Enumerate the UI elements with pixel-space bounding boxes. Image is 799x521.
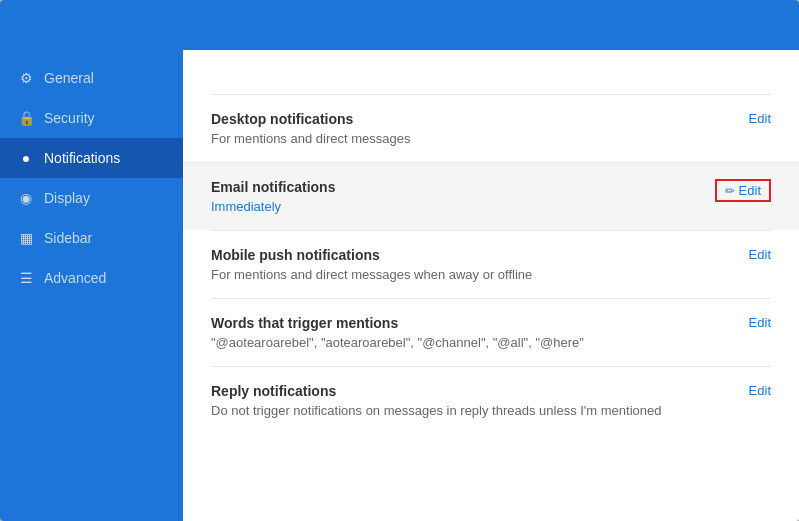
notifications-icon: ● <box>18 150 34 166</box>
edit-label-email: Edit <box>739 183 761 198</box>
modal-header <box>0 0 799 50</box>
general-icon: ⚙ <box>18 70 34 86</box>
notification-title-words: Words that trigger mentions <box>211 315 584 331</box>
sidebar-item-sidebar[interactable]: ▦Sidebar <box>0 218 183 258</box>
notification-row-desktop: Desktop notificationsFor mentions and di… <box>211 94 771 162</box>
pencil-icon: ✏ <box>725 184 735 198</box>
sidebar-label-display: Display <box>44 190 90 206</box>
sidebar-icon: ▦ <box>18 230 34 246</box>
sidebar-label-security: Security <box>44 110 95 126</box>
notification-desc-desktop: For mentions and direct messages <box>211 131 410 146</box>
sidebar: ⚙General🔒Security●Notifications◉Display▦… <box>0 50 183 521</box>
edit-link-words[interactable]: Edit <box>749 315 771 330</box>
display-icon: ◉ <box>18 190 34 206</box>
edit-link-mobile[interactable]: Edit <box>749 247 771 262</box>
sidebar-item-notifications[interactable]: ●Notifications <box>0 138 183 178</box>
sidebar-item-advanced[interactable]: ☰Advanced <box>0 258 183 298</box>
edit-button-email[interactable]: ✏Edit <box>715 179 771 202</box>
sidebar-label-notifications: Notifications <box>44 150 120 166</box>
notification-text-email: Email notificationsImmediately <box>211 179 335 214</box>
notification-row-mobile: Mobile push notificationsFor mentions an… <box>211 230 771 298</box>
notification-title-email: Email notifications <box>211 179 335 195</box>
notification-row-reply: Reply notificationsDo not trigger notifi… <box>211 366 771 434</box>
sidebar-label-general: General <box>44 70 94 86</box>
notification-title-mobile: Mobile push notifications <box>211 247 532 263</box>
notification-text-reply: Reply notificationsDo not trigger notifi… <box>211 383 662 418</box>
notification-title-desktop: Desktop notifications <box>211 111 410 127</box>
notification-title-reply: Reply notifications <box>211 383 662 399</box>
sidebar-label-advanced: Advanced <box>44 270 106 286</box>
notification-text-desktop: Desktop notificationsFor mentions and di… <box>211 111 410 146</box>
content-area: Desktop notificationsFor mentions and di… <box>183 50 799 521</box>
sidebar-item-security[interactable]: 🔒Security <box>0 98 183 138</box>
sidebar-item-display[interactable]: ◉Display <box>0 178 183 218</box>
close-button[interactable] <box>767 21 783 29</box>
modal-body: ⚙General🔒Security●Notifications◉Display▦… <box>0 50 799 521</box>
sidebar-label-sidebar: Sidebar <box>44 230 92 246</box>
security-icon: 🔒 <box>18 110 34 126</box>
notification-text-mobile: Mobile push notificationsFor mentions an… <box>211 247 532 282</box>
notification-row-words: Words that trigger mentions"@aotearoareb… <box>211 298 771 366</box>
edit-link-desktop[interactable]: Edit <box>749 111 771 126</box>
notification-text-words: Words that trigger mentions"@aotearoareb… <box>211 315 584 350</box>
notification-desc-mobile: For mentions and direct messages when aw… <box>211 267 532 282</box>
notification-desc-reply: Do not trigger notifications on messages… <box>211 403 662 418</box>
notification-desc-words: "@aotearoarebel", "aotearoarebel", "@cha… <box>211 335 584 350</box>
sidebar-item-general[interactable]: ⚙General <box>0 58 183 98</box>
advanced-icon: ☰ <box>18 270 34 286</box>
notification-row-email: Email notificationsImmediately✏Edit <box>183 162 799 230</box>
edit-link-reply[interactable]: Edit <box>749 383 771 398</box>
notification-desc-email: Immediately <box>211 199 335 214</box>
account-settings-modal: ⚙General🔒Security●Notifications◉Display▦… <box>0 0 799 521</box>
